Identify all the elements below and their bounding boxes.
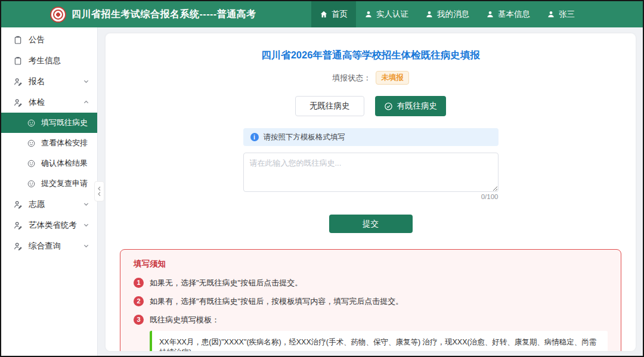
sidebar-item-physical-exam[interactable]: 体检 bbox=[1, 92, 97, 113]
sidebar-item-announcements[interactable]: 公告 bbox=[1, 29, 97, 50]
sidebar-item-label: 填写既往病史 bbox=[41, 117, 88, 128]
nav-label: 首页 bbox=[332, 9, 348, 20]
sidebar-item-registration[interactable]: 报名 bbox=[1, 71, 97, 92]
smiley-icon bbox=[27, 119, 36, 128]
chevron-left-icon bbox=[97, 186, 102, 191]
clipboard-icon bbox=[13, 56, 23, 66]
sidebar: 公告 考生信息 报名 体检 填写既往病史 查看体检安 bbox=[1, 27, 98, 356]
content-card: 四川省2026年普通高等学校招生体检既往病史填报 填报状态： 未填报 无既往病史… bbox=[106, 33, 636, 351]
top-nav: 首页 实人认证 我的消息 基本信息 张三 bbox=[311, 1, 583, 27]
nav-my-messages[interactable]: 我的消息 bbox=[417, 1, 478, 27]
notice-item: 3 既往病史填写模板： bbox=[134, 315, 608, 325]
notice-text: 既往病史填写模板： bbox=[150, 315, 219, 325]
sidebar-item-label: 志愿 bbox=[29, 199, 77, 210]
user-icon bbox=[364, 10, 373, 18]
notice-item: 1 如果无，选择"无既往病史"按钮后点击提交。 bbox=[134, 278, 608, 288]
brand: 四川省招生考试综合报名系统-----普通高考 bbox=[50, 7, 256, 23]
app-window: 四川省招生考试综合报名系统-----普通高考 首页 实人认证 我的消息 基本信息… bbox=[0, 0, 644, 357]
sidebar-item-label: 报名 bbox=[29, 76, 77, 87]
person-edit-icon bbox=[13, 200, 23, 209]
person-edit-icon bbox=[13, 221, 23, 230]
notice-text: 如果有，选择"有既往病史"按钮后，按模板填写内容，填写完后点击提交。 bbox=[150, 296, 403, 306]
sidebar-item-label: 确认体检结果 bbox=[41, 158, 88, 169]
form-column: i 请按照下方模板格式填写 0/100 bbox=[243, 128, 499, 200]
medical-history-input[interactable] bbox=[243, 153, 499, 192]
sidebar-item-submit-recheck-request[interactable]: 提交复查申请 bbox=[1, 173, 97, 194]
sidebar-item-label: 艺体类省统考 bbox=[29, 220, 77, 231]
char-counter: 0/100 bbox=[243, 193, 499, 200]
smiley-icon bbox=[27, 139, 36, 148]
history-template-example: XX年XX月，患(因)"XXXX"(疾病名称)，经XXX治疗(手术、药物、保守、… bbox=[150, 331, 608, 351]
status-badge: 未填报 bbox=[376, 71, 409, 85]
app-logo-icon bbox=[50, 7, 66, 23]
notice-box: 填写须知 1 如果无，选择"无既往病史"按钮后点击提交。 2 如果有，选择"有既… bbox=[120, 249, 621, 351]
has-history-button[interactable]: 有既往病史 bbox=[375, 96, 447, 116]
template-format-alert: i 请按照下方模板格式填写 bbox=[243, 128, 499, 146]
body-row: 公告 考生信息 报名 体检 填写既往病史 查看体检安 bbox=[1, 27, 643, 356]
user-icon bbox=[425, 10, 434, 18]
sidebar-item-confirm-exam-result[interactable]: 确认体检结果 bbox=[1, 153, 97, 173]
smiley-icon bbox=[27, 179, 36, 188]
check-circle-icon bbox=[384, 102, 393, 111]
nav-real-person-auth[interactable]: 实人认证 bbox=[356, 1, 417, 27]
notice-item: 2 如果有，选择"有既往病史"按钮后，按模板填写内容，填写完后点击提交。 bbox=[134, 296, 608, 306]
status-row: 填报状态： 未填报 bbox=[120, 71, 621, 85]
clipboard-icon bbox=[13, 35, 23, 45]
sidebar-item-comprehensive-query[interactable]: 综合查询 bbox=[1, 235, 97, 256]
nav-label: 我的消息 bbox=[437, 9, 469, 20]
chevron-down-icon bbox=[83, 201, 89, 207]
notice-text: 如果无，选择"无既往病史"按钮后点击提交。 bbox=[150, 278, 302, 288]
sidebar-item-art-sports-exam[interactable]: 艺体类省统考 bbox=[1, 215, 97, 235]
person-edit-icon bbox=[13, 241, 23, 251]
chevron-up-icon bbox=[83, 99, 89, 105]
has-history-label: 有既往病史 bbox=[397, 101, 438, 111]
sidebar-item-preferences[interactable]: 志愿 bbox=[1, 194, 97, 215]
status-label: 填报状态： bbox=[332, 73, 371, 83]
sidebar-item-candidate-info[interactable]: 考生信息 bbox=[1, 50, 97, 71]
submit-button[interactable]: 提交 bbox=[329, 215, 413, 233]
no-history-button[interactable]: 无既往病史 bbox=[295, 96, 364, 116]
nav-basic-info[interactable]: 基本信息 bbox=[478, 1, 538, 27]
alert-text: 请按照下方模板格式填写 bbox=[264, 132, 346, 142]
chevron-left-icon bbox=[97, 191, 102, 197]
notice-title: 填写须知 bbox=[134, 259, 608, 269]
info-icon: i bbox=[250, 133, 259, 141]
sidebar-item-label: 综合查询 bbox=[29, 241, 77, 252]
sidebar-collapse-handle[interactable] bbox=[94, 181, 104, 201]
person-edit-icon bbox=[13, 98, 23, 107]
nav-label: 实人认证 bbox=[376, 9, 408, 20]
sidebar-item-label: 体检 bbox=[29, 97, 77, 108]
notice-number-badge: 1 bbox=[134, 278, 144, 288]
sidebar-item-view-exam-schedule[interactable]: 查看体检安排 bbox=[1, 133, 97, 153]
main-area: 四川省2026年普通高等学校招生体检既往病史填报 填报状态： 未填报 无既往病史… bbox=[98, 27, 643, 356]
sidebar-item-label: 查看体检安排 bbox=[41, 138, 88, 148]
nav-home[interactable]: 首页 bbox=[311, 1, 356, 27]
history-choice-group: 无既往病史 有既往病史 bbox=[120, 96, 621, 116]
home-icon bbox=[320, 10, 328, 18]
user-icon bbox=[547, 10, 555, 18]
user-icon bbox=[486, 10, 494, 18]
page-title: 四川省2026年普通高等学校招生体检既往病史填报 bbox=[120, 49, 621, 62]
notice-number-badge: 2 bbox=[134, 296, 144, 306]
sidebar-item-label: 提交复查申请 bbox=[41, 178, 88, 189]
chevron-down-icon bbox=[83, 78, 89, 85]
sidebar-item-label: 公告 bbox=[29, 35, 89, 45]
sidebar-item-label: 考生信息 bbox=[29, 55, 89, 66]
smiley-icon bbox=[27, 159, 36, 168]
chevron-down-icon bbox=[83, 243, 89, 249]
nav-label: 张三 bbox=[559, 9, 575, 20]
person-edit-icon bbox=[13, 77, 23, 86]
nav-user-account[interactable]: 张三 bbox=[538, 1, 583, 27]
nav-label: 基本信息 bbox=[498, 9, 530, 20]
app-header: 四川省招生考试综合报名系统-----普通高考 首页 实人认证 我的消息 基本信息… bbox=[1, 1, 643, 27]
notice-number-badge: 3 bbox=[134, 315, 144, 325]
sidebar-item-fill-medical-history[interactable]: 填写既往病史 bbox=[1, 113, 97, 133]
app-title: 四川省招生考试综合报名系统-----普通高考 bbox=[72, 8, 256, 21]
chevron-down-icon bbox=[83, 222, 89, 228]
